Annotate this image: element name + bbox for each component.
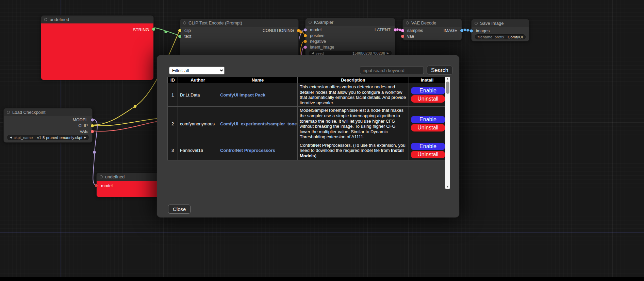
extension-description: ControlNet Preprocessors. (To use this e…: [298, 141, 409, 160]
extension-description: ModelSamplerTonemapNoiseTest a node that…: [298, 107, 409, 141]
images-input-slot[interactable]: [470, 29, 473, 32]
output-label: CONDITIONING: [263, 28, 298, 33]
samples-input-slot[interactable]: [401, 29, 404, 32]
col-header-author: Author: [178, 77, 218, 83]
extension-author: Dr.Lt.Data: [178, 83, 218, 107]
extension-link[interactable]: ControlNet Preprocessors: [220, 148, 275, 153]
widget-label: ckpt_name: [14, 136, 33, 140]
extension-author: comfyanonymous: [178, 107, 218, 141]
search-button[interactable]: Search: [427, 66, 453, 75]
latent-image-input-slot[interactable]: [304, 46, 307, 49]
output-label: VAE: [80, 129, 92, 134]
clip-output-slot[interactable]: [91, 124, 94, 127]
arrow-right-icon[interactable]: ▶: [387, 52, 389, 55]
node-title: undefined: [50, 17, 69, 22]
extension-table: ID Author Name Description Install 1Dr.L…: [167, 77, 446, 160]
string-output-slot[interactable]: [152, 28, 155, 31]
widget-value: v1-5-pruned-emaonly.ckpt: [37, 136, 82, 140]
scrollbar[interactable]: ▲ ▼: [445, 77, 450, 189]
node-title: Load Checkpoint: [12, 110, 46, 115]
extension-row: 3Fannovel16ControlNet PreprocessorsContr…: [168, 141, 446, 160]
node-load-checkpoint[interactable]: Load Checkpoint MODEL CLIP VAE ◀ ckpt_na…: [3, 108, 93, 143]
install-cell: EnableUninstall: [409, 107, 446, 141]
manager-dialog: Filter: all Search ID Author Name Descri…: [157, 55, 459, 217]
collapse-icon[interactable]: [406, 21, 409, 24]
node-title: KSampler: [314, 20, 333, 25]
node-title: VAE Decode: [411, 20, 436, 25]
extension-grid: ID Author Name Description Install 1Dr.L…: [167, 77, 450, 189]
text-input-slot[interactable]: [178, 35, 181, 38]
scrollbar-thumb[interactable]: [446, 82, 449, 94]
extension-id: 3: [168, 141, 178, 160]
search-input[interactable]: [360, 67, 424, 74]
output-label: MODEL: [73, 118, 92, 122]
extension-name-cell: ControlNet Preprocessors: [218, 141, 298, 160]
collapse-icon[interactable]: [100, 175, 103, 178]
conditioning-output-slot[interactable]: [297, 29, 300, 32]
latent-output-slot[interactable]: [394, 28, 397, 31]
uninstall-button[interactable]: Uninstall: [411, 95, 445, 103]
node-vae-decode[interactable]: VAE Decode samples IMAGE vae: [402, 19, 462, 40]
node-title: Save Image: [480, 21, 503, 26]
node-string[interactable]: undefined STRING: [41, 15, 154, 80]
extension-row: 1Dr.Lt.DataComfyUI Impact PackThis exten…: [168, 83, 446, 107]
arrow-left-icon[interactable]: ◀: [312, 52, 314, 55]
col-header-id: ID: [168, 77, 178, 83]
model-input-slot[interactable]: [95, 184, 98, 187]
ckpt-name-widget[interactable]: ◀ ckpt_name v1-5-pruned-emaonly.ckpt ▶: [7, 135, 89, 140]
collapse-icon[interactable]: [44, 18, 47, 21]
vae-output-slot[interactable]: [91, 130, 94, 133]
arrow-right-icon[interactable]: ▶: [84, 136, 86, 139]
collapse-icon[interactable]: [309, 21, 312, 24]
widget-value: 156680208700286: [352, 51, 385, 55]
arrow-left-icon[interactable]: ◀: [10, 136, 12, 139]
filename-prefix-widget[interactable]: filename_prefix ComfyUI: [475, 34, 526, 39]
extension-description: This extension offers various detector n…: [298, 83, 409, 107]
scroll-up-icon[interactable]: ▲: [445, 77, 450, 80]
uninstall-button[interactable]: Uninstall: [411, 151, 445, 158]
node-ksampler[interactable]: KSampler model LATENT positive negative …: [305, 18, 395, 57]
output-label: IMAGE: [444, 28, 462, 33]
col-header-name: Name: [218, 77, 298, 83]
close-button[interactable]: Close: [168, 205, 191, 214]
collapse-icon[interactable]: [475, 22, 478, 25]
model-input-slot[interactable]: [304, 28, 307, 31]
extension-id: 2: [168, 107, 178, 141]
table-header-row: ID Author Name Description Install: [168, 77, 446, 83]
output-label: STRING: [133, 28, 153, 32]
output-label: LATENT: [375, 28, 395, 32]
enable-button[interactable]: Enable: [411, 116, 445, 123]
model-output-slot[interactable]: [91, 118, 94, 121]
image-output-slot[interactable]: [460, 29, 463, 32]
extension-name-cell: ComfyUI_experiments/sampler_tonemap: [218, 107, 298, 141]
node-title: undefined: [105, 174, 125, 179]
enable-button[interactable]: Enable: [411, 143, 445, 150]
extension-name-cell: ComfyUI Impact Pack: [218, 83, 298, 107]
vae-input-slot[interactable]: [401, 35, 404, 38]
clip-input-slot[interactable]: [178, 29, 181, 32]
col-header-install: Install: [409, 77, 446, 83]
collapse-icon[interactable]: [7, 111, 10, 114]
enable-button[interactable]: Enable: [411, 87, 445, 94]
widget-label: seed: [315, 51, 324, 55]
col-header-description: Description: [298, 77, 409, 83]
widget-label: filename_prefix: [478, 35, 504, 39]
extension-link[interactable]: ComfyUI Impact Pack: [220, 92, 265, 98]
extension-row: 2comfyanonymousComfyUI_experiments/sampl…: [168, 107, 446, 141]
output-label: CLIP: [78, 123, 92, 128]
extension-link[interactable]: ComfyUI_experiments/sampler_tonemap: [220, 121, 298, 126]
widget-value: ComfyUI: [508, 35, 523, 39]
extension-id: 1: [168, 83, 178, 107]
install-cell: EnableUninstall: [409, 83, 446, 107]
uninstall-button[interactable]: Uninstall: [411, 124, 445, 131]
node-save-image[interactable]: Save Image images filename_prefix ComfyU…: [471, 19, 529, 41]
collapse-icon[interactable]: [183, 21, 186, 24]
install-cell: EnableUninstall: [409, 141, 446, 160]
node-title: CLIP Text Encode (Prompt): [188, 20, 242, 25]
filter-select[interactable]: Filter: all: [169, 67, 225, 74]
negative-input-slot[interactable]: [304, 40, 307, 43]
extensions-tbody: 1Dr.Lt.DataComfyUI Impact PackThis exten…: [168, 83, 446, 160]
positive-input-slot[interactable]: [304, 34, 307, 37]
extension-author: Fannovel16: [178, 141, 218, 160]
scroll-down-icon[interactable]: ▼: [445, 186, 450, 188]
